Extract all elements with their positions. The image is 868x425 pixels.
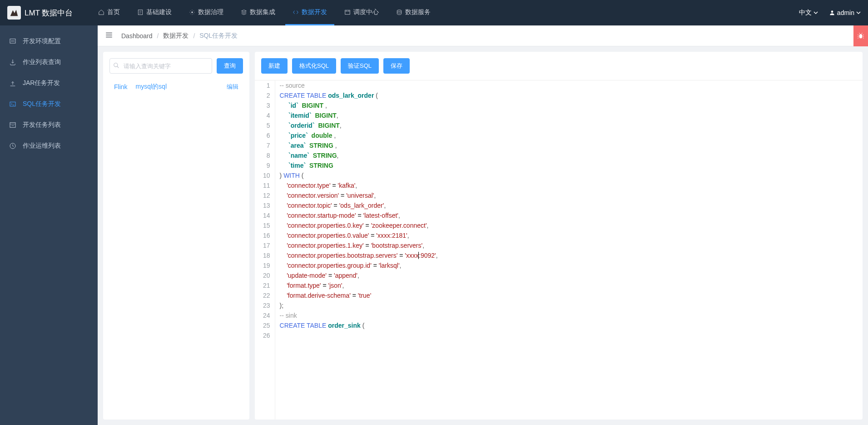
nav-item-6[interactable]: 数据服务 xyxy=(389,0,438,25)
svg-point-12 xyxy=(859,34,863,38)
debug-button[interactable] xyxy=(853,25,868,46)
nav-item-4[interactable]: 数据开发 xyxy=(285,0,334,25)
sidebar-icon xyxy=(9,38,16,45)
breadcrumb-item[interactable]: 数据开发 xyxy=(163,32,188,40)
nav-label: 数据治理 xyxy=(198,8,223,16)
search-input[interactable] xyxy=(109,58,212,74)
svg-point-13 xyxy=(114,63,118,67)
sidebar-item-4[interactable]: 开发任务列表 xyxy=(0,115,98,135)
editor-gutter: 1234567891011121314151617181920212223242… xyxy=(255,80,275,420)
nav-icon xyxy=(137,9,144,15)
sidebar-item-5[interactable]: 作业运维列表 xyxy=(0,135,98,156)
sidebar-item-label: 作业运维列表 xyxy=(23,142,61,150)
top-nav: LMT 数据中台 首页基础建设数据治理数据集成数据开发调度中心数据服务 中文 a… xyxy=(0,0,868,25)
sidebar-item-0[interactable]: 开发环境配置 xyxy=(0,31,98,52)
editor-toolbar: 新建 格式化SQL 验证SQL 保存 xyxy=(255,52,863,80)
brand-title: LMT 数据中台 xyxy=(25,8,73,18)
lang-label: 中文 xyxy=(799,9,812,17)
nav-label: 首页 xyxy=(107,8,120,16)
sidebar-item-label: 作业列表查询 xyxy=(23,58,61,66)
user-dropdown[interactable]: admin xyxy=(829,9,861,16)
editor-code[interactable]: -- sourceCREATE TABLE ods_lark_order ( `… xyxy=(275,80,863,420)
lang-dropdown[interactable]: 中文 xyxy=(799,9,818,17)
svg-rect-2 xyxy=(345,10,350,14)
sql-editor[interactable]: 1234567891011121314151617181920212223242… xyxy=(255,80,863,420)
query-button[interactable]: 查询 xyxy=(217,58,243,74)
search-row: 查询 xyxy=(109,58,243,74)
workspace: 查询 Flink mysql的sql 编辑 新建 格式化SQL 验证SQL 保存… xyxy=(98,46,868,425)
chevron-down-icon xyxy=(813,10,818,15)
sidebar-icon xyxy=(9,142,16,150)
breadcrumb-item: SQL任务开发 xyxy=(199,32,238,40)
svg-point-3 xyxy=(397,10,402,11)
user-label: admin xyxy=(837,9,854,16)
editor-pane: 新建 格式化SQL 验证SQL 保存 123456789101112131415… xyxy=(255,52,863,420)
breadcrumb-bar: Dashboard/数据开发/SQL任务开发 xyxy=(98,25,868,46)
nav-item-1[interactable]: 基础建设 xyxy=(130,0,179,25)
svg-point-6 xyxy=(11,40,12,41)
nav-right: 中文 admin xyxy=(799,9,861,17)
search-input-wrap xyxy=(109,58,212,74)
nav-label: 数据集成 xyxy=(250,8,275,16)
task-row[interactable]: Flink mysql的sql 编辑 xyxy=(109,80,243,94)
task-edit-link[interactable]: 编辑 xyxy=(227,83,238,91)
nav-label: 基础建设 xyxy=(146,8,172,16)
nav-item-3[interactable]: 数据集成 xyxy=(233,0,283,25)
nav-item-5[interactable]: 调度中心 xyxy=(337,0,386,25)
sidebar-icon xyxy=(9,80,16,87)
main: Dashboard/数据开发/SQL任务开发 查询 Fli xyxy=(98,25,868,425)
task-list-pane: 查询 Flink mysql的sql 编辑 xyxy=(103,52,249,420)
nav-label: 数据开发 xyxy=(302,8,327,16)
nav-icon xyxy=(98,9,104,15)
menu-toggle-icon[interactable] xyxy=(105,31,113,40)
sidebar-item-2[interactable]: JAR任务开发 xyxy=(0,73,98,94)
sidebar-icon xyxy=(9,121,16,129)
nav-item-2[interactable]: 数据治理 xyxy=(182,0,231,25)
sidebar-icon xyxy=(9,59,16,66)
sidebar-item-3[interactable]: SQL任务开发 xyxy=(0,94,98,115)
nav-icon xyxy=(344,9,351,15)
nav-icon xyxy=(241,9,247,15)
nav-label: 调度中心 xyxy=(353,8,379,16)
nav-icon xyxy=(293,9,299,15)
search-icon xyxy=(113,62,119,70)
nav-item-0[interactable]: 首页 xyxy=(91,0,127,25)
nav-icon xyxy=(189,9,195,15)
nav-items: 首页基础建设数据治理数据集成数据开发调度中心数据服务 xyxy=(91,0,799,25)
sidebar-item-label: 开发环境配置 xyxy=(23,37,61,45)
svg-point-1 xyxy=(192,11,193,13)
user-icon xyxy=(829,10,835,16)
validate-sql-button[interactable]: 验证SQL xyxy=(341,58,379,74)
brand-logo-icon xyxy=(7,6,21,20)
new-button[interactable]: 新建 xyxy=(261,58,288,74)
bug-icon xyxy=(857,32,864,40)
svg-rect-9 xyxy=(10,102,15,106)
breadcrumb-item[interactable]: Dashboard xyxy=(121,32,153,40)
breadcrumb: Dashboard/数据开发/SQL任务开发 xyxy=(121,32,238,40)
svg-point-7 xyxy=(12,40,13,41)
format-sql-button[interactable]: 格式化SQL xyxy=(292,58,336,74)
sidebar-item-label: JAR任务开发 xyxy=(23,79,60,87)
save-button[interactable]: 保存 xyxy=(383,58,410,74)
sidebar-item-label: SQL任务开发 xyxy=(23,100,61,108)
sidebar: 开发环境配置作业列表查询JAR任务开发SQL任务开发开发任务列表作业运维列表 xyxy=(0,25,98,425)
breadcrumb-sep: / xyxy=(157,32,159,40)
task-name: mysql的sql xyxy=(136,83,227,91)
breadcrumb-sep: / xyxy=(193,32,195,40)
sidebar-icon xyxy=(9,100,16,108)
nav-label: 数据服务 xyxy=(405,8,431,16)
svg-point-8 xyxy=(14,40,15,41)
svg-rect-10 xyxy=(10,123,15,128)
svg-point-4 xyxy=(831,10,833,13)
sidebar-item-label: 开发任务列表 xyxy=(23,121,61,129)
nav-icon xyxy=(396,9,402,15)
brand: LMT 数据中台 xyxy=(7,6,73,20)
sidebar-item-1[interactable]: 作业列表查询 xyxy=(0,52,98,73)
task-engine-label: Flink xyxy=(114,83,128,90)
chevron-down-icon xyxy=(856,10,861,15)
